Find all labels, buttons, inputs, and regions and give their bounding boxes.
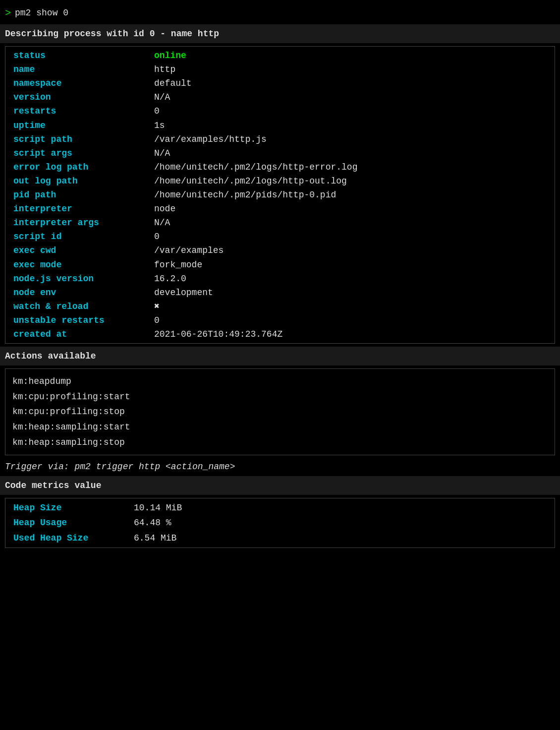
info-row: namehttp bbox=[5, 62, 555, 76]
info-row: restarts0 bbox=[5, 104, 555, 118]
info-row: versionN/A bbox=[5, 90, 555, 104]
info-row: watch & reload✖ bbox=[5, 300, 555, 313]
info-key: pid path bbox=[5, 188, 154, 201]
info-row: created at2021-06-26T10:49:23.764Z bbox=[5, 327, 555, 341]
actions-list: km:heapdumpkm:cpu:profiling:startkm:cpu:… bbox=[12, 374, 548, 450]
info-key: script id bbox=[5, 230, 154, 243]
info-key: interpreter args bbox=[5, 216, 154, 229]
metrics-value: 6.54 MiB bbox=[134, 532, 176, 545]
info-value: online bbox=[154, 49, 555, 62]
info-key: restarts bbox=[5, 105, 154, 118]
info-key: version bbox=[5, 91, 154, 104]
info-row: exec cwd/var/examples bbox=[5, 243, 555, 257]
actions-table: km:heapdumpkm:cpu:profiling:startkm:cpu:… bbox=[5, 368, 555, 455]
action-item: km:heap:sampling:stop bbox=[12, 435, 548, 450]
info-value: /home/unitech/.pm2/logs/http-out.log bbox=[154, 175, 555, 187]
metrics-section-header: Code metrics value bbox=[0, 476, 560, 495]
info-value: node bbox=[154, 202, 555, 215]
info-key: watch & reload bbox=[5, 300, 154, 313]
info-key: out log path bbox=[5, 175, 154, 187]
info-key: node.js version bbox=[5, 272, 154, 285]
action-item: km:heap:sampling:start bbox=[12, 420, 548, 435]
action-item: km:heapdump bbox=[12, 374, 548, 389]
info-row: node envdevelopment bbox=[5, 286, 555, 300]
info-key: namespace bbox=[5, 77, 154, 90]
metrics-value: 64.48 % bbox=[134, 516, 171, 529]
prompt-arrow: > bbox=[5, 6, 11, 20]
info-key: name bbox=[5, 63, 154, 76]
info-key: status bbox=[5, 49, 154, 62]
info-key: exec cwd bbox=[5, 244, 154, 257]
metrics-row: Used Heap Size6.54 MiB bbox=[5, 531, 555, 546]
info-value: http bbox=[154, 63, 555, 76]
info-key: interpreter bbox=[5, 202, 154, 215]
info-row: script argsN/A bbox=[5, 146, 555, 160]
info-value: /home/unitech/.pm2/pids/http-0.pid bbox=[154, 188, 555, 201]
info-key: created at bbox=[5, 328, 154, 341]
info-value: /home/unitech/.pm2/logs/http-error.log bbox=[154, 161, 555, 174]
info-row: node.js version16.2.0 bbox=[5, 272, 555, 286]
info-value: 1s bbox=[154, 119, 555, 132]
info-row: namespacedefault bbox=[5, 76, 555, 90]
metrics-key: Used Heap Size bbox=[5, 532, 129, 545]
info-key: uptime bbox=[5, 119, 154, 132]
metrics-row: Heap Size10.14 MiB bbox=[5, 500, 555, 515]
metrics-row: Heap Usage64.48 % bbox=[5, 515, 555, 530]
info-value: 16.2.0 bbox=[154, 272, 555, 285]
metrics-table: Heap Size10.14 MiBHeap Usage64.48 %Used … bbox=[5, 498, 555, 548]
info-value: 0 bbox=[154, 105, 555, 118]
process-section-header: Describing process with id 0 - name http bbox=[0, 24, 560, 43]
info-row: out log path/home/unitech/.pm2/logs/http… bbox=[5, 174, 555, 188]
trigger-line: Trigger via: pm2 trigger http <action_na… bbox=[5, 460, 555, 473]
metrics-key: Heap Size bbox=[5, 501, 129, 514]
info-value: default bbox=[154, 77, 555, 90]
info-key: node env bbox=[5, 286, 154, 299]
info-value: 0 bbox=[154, 314, 555, 327]
info-value: /var/examples/http.js bbox=[154, 133, 555, 146]
action-item: km:cpu:profiling:stop bbox=[12, 404, 548, 420]
action-item: km:cpu:profiling:start bbox=[12, 389, 548, 405]
info-value: development bbox=[154, 286, 555, 299]
info-value: ✖ bbox=[154, 300, 555, 313]
info-value: 2021-06-26T10:49:23.764Z bbox=[154, 328, 555, 341]
info-row: interpreter argsN/A bbox=[5, 216, 555, 230]
metrics-value: 10.14 MiB bbox=[134, 501, 182, 514]
info-row: interpreternode bbox=[5, 202, 555, 216]
info-value: N/A bbox=[154, 91, 555, 104]
info-key: exec mode bbox=[5, 258, 154, 271]
prompt-command: pm2 show 0 bbox=[15, 6, 68, 19]
info-row: pid path/home/unitech/.pm2/pids/http-0.p… bbox=[5, 188, 555, 202]
prompt-line: > pm2 show 0 bbox=[0, 4, 560, 22]
info-row: statusonline bbox=[5, 49, 555, 62]
info-value: fork_mode bbox=[154, 258, 555, 271]
info-key: error log path bbox=[5, 161, 154, 174]
info-key: script path bbox=[5, 133, 154, 146]
process-info-table: statusonlinenamehttpnamespacedefaultvers… bbox=[5, 46, 555, 344]
info-row: exec modefork_mode bbox=[5, 258, 555, 272]
info-row: error log path/home/unitech/.pm2/logs/ht… bbox=[5, 160, 555, 174]
info-value: /var/examples bbox=[154, 244, 555, 257]
info-key: unstable restarts bbox=[5, 314, 154, 327]
info-row: uptime1s bbox=[5, 119, 555, 132]
info-key: script args bbox=[5, 147, 154, 160]
info-row: unstable restarts0 bbox=[5, 313, 555, 327]
info-row: script id0 bbox=[5, 230, 555, 243]
info-value: 0 bbox=[154, 230, 555, 243]
actions-section-header: Actions available bbox=[0, 347, 560, 365]
info-value: N/A bbox=[154, 147, 555, 160]
metrics-key: Heap Usage bbox=[5, 516, 129, 529]
info-row: script path/var/examples/http.js bbox=[5, 132, 555, 146]
info-value: N/A bbox=[154, 216, 555, 229]
